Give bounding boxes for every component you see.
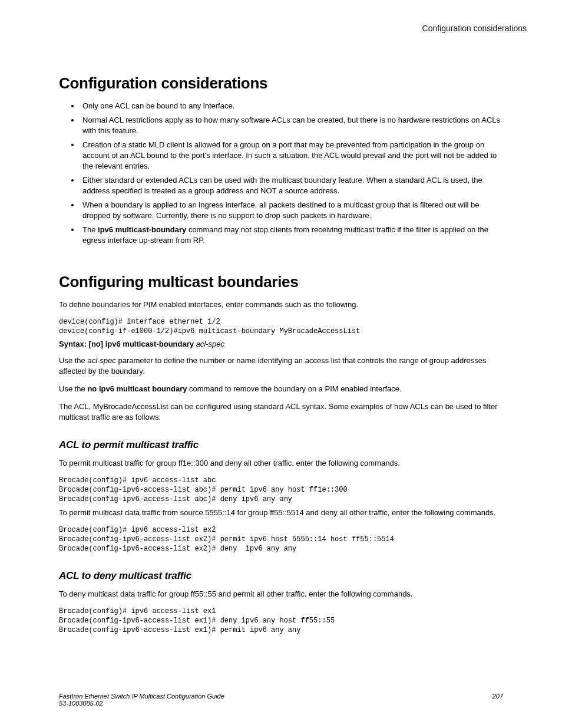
code-block: device(config)# interface ethernet 1/2 d… bbox=[59, 317, 503, 336]
code-block: Brocade(config)# ipv6 access-list ex1 Br… bbox=[59, 607, 503, 635]
syntax-line: Syntax: [no] ipv6 multicast-boundary acl… bbox=[59, 340, 503, 348]
intro-paragraph: To define boundaries for PIM enabled int… bbox=[59, 299, 503, 310]
text: parameter to define the number or name i… bbox=[59, 356, 487, 375]
doc-number: 53-1003085-02 bbox=[59, 700, 103, 707]
paragraph: Use the acl-spec parameter to define the… bbox=[59, 355, 503, 377]
code-block: Brocade(config)# ipv6 access-list ex2 Br… bbox=[59, 525, 503, 554]
list-item: Creation of a static MLD client is allow… bbox=[80, 140, 503, 172]
paragraph: The ACL, MyBrocadeAccessList can be conf… bbox=[59, 401, 503, 423]
text: Use the bbox=[59, 384, 87, 393]
bullet-list: Only one ACL can be bound to any interfa… bbox=[59, 101, 503, 246]
list-item: When a boundary is applied to an ingress… bbox=[80, 200, 503, 221]
bold-text: ipv6 multicast-boundary bbox=[98, 225, 186, 234]
subheading-permit: ACL to permit multicast traffic bbox=[59, 439, 503, 451]
paragraph: Use the no ipv6 multicast boundary comma… bbox=[59, 384, 503, 394]
list-item: Only one ACL can be bound to any interfa… bbox=[80, 101, 503, 111]
paragraph: To permit multicast data traffic from so… bbox=[59, 508, 503, 518]
page: Configuration considerations Configurati… bbox=[0, 0, 562, 728]
list-item: Either standard or extended ACLs can be … bbox=[80, 175, 503, 196]
list-item: Normal ACL restrictions apply as to how … bbox=[80, 115, 503, 136]
syntax-bold: Syntax: [no] ipv6 multicast-boundary bbox=[59, 340, 194, 348]
syntax-italic: acl-spec bbox=[196, 340, 224, 348]
paragraph: To permit multicast traffic for group ff… bbox=[59, 458, 503, 469]
italic-text: acl-spec bbox=[87, 356, 115, 365]
running-header: Configuration considerations bbox=[59, 24, 527, 33]
page-footer: 207 FastIron Ethernet Switch IP Multicas… bbox=[59, 693, 503, 707]
code-block: Brocade(config)# ipv6 access-list abc Br… bbox=[59, 476, 503, 504]
page-number: 207 bbox=[492, 693, 503, 700]
text: The bbox=[82, 225, 98, 234]
heading-config-multicast-boundaries: Configuring multicast boundaries bbox=[59, 273, 503, 291]
paragraph: To deny multicast data traffic for group… bbox=[59, 589, 503, 599]
subheading-deny: ACL to deny multicast traffic bbox=[59, 570, 503, 582]
text: Use the bbox=[59, 356, 87, 365]
text: command to remove the boundary on a PIM … bbox=[187, 384, 401, 393]
doc-title: FastIron Ethernet Switch IP Multicast Co… bbox=[59, 693, 224, 700]
bold-text: no ipv6 multicast boundary bbox=[87, 384, 187, 393]
heading-config-considerations: Configuration considerations bbox=[59, 74, 503, 93]
list-item: The ipv6 multicast-boundary command may … bbox=[80, 225, 503, 246]
